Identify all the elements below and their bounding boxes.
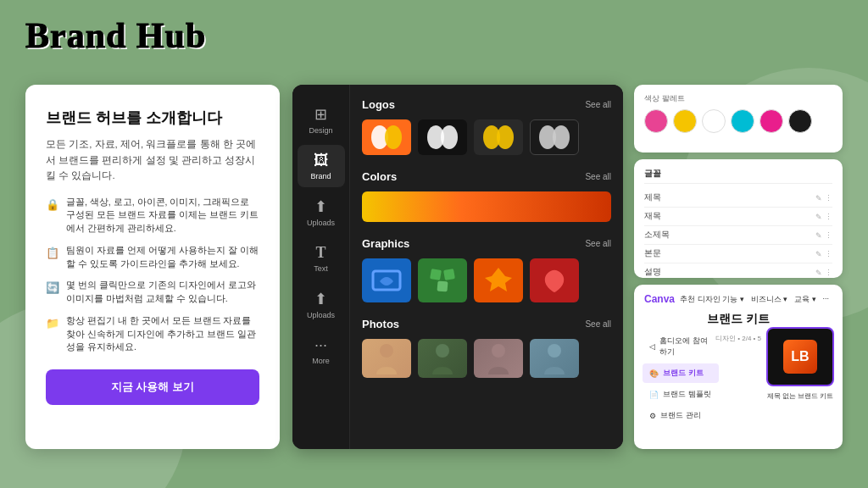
swatches-card: 색상 팔레트: [634, 85, 843, 152]
typo-name: 재목: [644, 211, 661, 222]
sidebar-item-label: Brand: [310, 172, 331, 180]
svg-rect-11: [437, 280, 448, 291]
logos-section-header: Logos See all: [362, 98, 611, 111]
swatch-white[interactable]: [702, 109, 726, 133]
typo-row: 제목 ✎ ⋮: [644, 189, 832, 208]
text-icon: T: [315, 244, 326, 262]
design-icon: ⊞: [314, 105, 327, 124]
logos-see-all[interactable]: See all: [585, 100, 611, 109]
graphic-thumb-3[interactable]: [474, 258, 523, 302]
graphics-see-all[interactable]: See all: [585, 239, 611, 248]
swatch-pink[interactable]: [644, 109, 668, 133]
photos-section-header: Photos See all: [362, 318, 611, 330]
card-heading: 브랜드 허브를 소개합니다: [46, 108, 259, 128]
brand-kit-sidebar: ◁ 홈디오에 참여하기 🎨 브랜드 키트 📄 브랜드 템플릿 ⚙ 브랜드 관리: [643, 331, 719, 427]
sidebar-item-label: Text: [314, 264, 328, 273]
brand-kit-thumbnail[interactable]: LB: [766, 327, 834, 386]
list-item: 🔒 글꼴, 색상, 로고, 아이콘, 이미지, 그래픽으로 구성된 모든 브랜드…: [46, 196, 259, 236]
nav-item[interactable]: 추천 디자인 기능 ▾: [680, 294, 744, 305]
uploads2-icon: ⬆: [314, 290, 327, 308]
feature-text: 글꼴, 색상, 로고, 아이콘, 이미지, 그래픽으로 구성된 모든 브랜드 자…: [66, 196, 259, 236]
typo-name: 소제목: [644, 230, 670, 241]
typography-card: 글꼴 제목 ✎ ⋮ 재목 ✎ ⋮ 소제목 ✎ ⋮ 본문 ✎ ⋮ 설명 ✎ ⋮: [634, 159, 843, 278]
card-description: 모든 기조, 자료, 제어, 워크플로를 통해 한 곳에서 브랜드를 편리하게 …: [46, 136, 259, 183]
typo-actions[interactable]: ✎ ⋮: [815, 231, 832, 240]
graphics-section-header: Graphics See all: [362, 237, 611, 250]
content-area: Logos See all: [350, 85, 623, 449]
photo-thumb-2[interactable]: [418, 339, 467, 378]
swatch-magenta[interactable]: [760, 109, 783, 133]
photos-see-all[interactable]: See all: [585, 319, 611, 329]
sidebar-item-uploads2[interactable]: ⬆ Uploads: [298, 283, 345, 326]
bk-item-template[interactable]: 📄 브랜드 템플릿: [643, 385, 719, 404]
photos-title: Photos: [362, 318, 399, 330]
svg-point-13: [436, 344, 449, 358]
swatch-cyan[interactable]: [731, 109, 754, 133]
kit-icon: 🎨: [649, 369, 659, 378]
center-panel: ⊞ Design 🖼 Brand ⬆ Uploads T Text ⬆ Uplo…: [292, 85, 623, 449]
bk-item-label: 브랜드 관리: [660, 410, 701, 421]
svg-point-12: [380, 344, 393, 358]
nav-item[interactable]: 비즈니스 ▾: [751, 294, 788, 305]
nav-more[interactable]: ···: [823, 294, 830, 305]
sidebar-item-uploads[interactable]: ⬆ Uploads: [298, 191, 345, 234]
bk-item-manage[interactable]: ⚙ 브랜드 관리: [643, 406, 719, 425]
sidebar-item-text[interactable]: T Text: [298, 237, 345, 280]
typo-actions[interactable]: ✎ ⋮: [815, 250, 832, 258]
svg-point-5: [497, 125, 514, 149]
home-icon: ◁: [649, 342, 655, 351]
sidebar-item-brand[interactable]: 🖼 Brand: [298, 145, 345, 187]
typo-actions[interactable]: ✎ ⋮: [815, 213, 832, 221]
colors-see-all[interactable]: See all: [585, 172, 611, 181]
bk-item-label: 홈디오에 참여하기: [659, 336, 712, 358]
more-icon: ···: [314, 336, 327, 354]
photo-thumb-4[interactable]: [530, 339, 579, 378]
photo-thumb-1[interactable]: [362, 339, 411, 378]
svg-point-14: [492, 344, 505, 358]
manage-icon: ⚙: [649, 412, 656, 420]
logo-thumb-orange[interactable]: [362, 119, 411, 155]
feature-text: 팀원이 자료를 언제 어떻게 사용하는지 잘 이해할 수 있도록 가이드라인을 …: [66, 244, 259, 271]
bk-item-home[interactable]: ◁ 홈디오에 참여하기: [643, 331, 719, 362]
brand-kit-logo: LB: [783, 340, 817, 374]
sidebar-item-label: Uploads: [307, 219, 335, 227]
colors-section-header: Colors See all: [362, 170, 611, 183]
svg-point-7: [553, 125, 570, 149]
colors-bar: [362, 191, 611, 222]
graphic-thumb-4[interactable]: [530, 258, 579, 302]
logos-row: [362, 119, 611, 155]
sidebar-item-design[interactable]: ⊞ Design: [298, 98, 345, 141]
bk-item-label: 브랜드 템플릿: [663, 389, 711, 400]
clipboard-icon: 📋: [46, 245, 59, 262]
graphic-thumb-2[interactable]: [418, 258, 467, 302]
template-icon: 📄: [649, 391, 659, 399]
sidebar-item-label: Uploads: [307, 311, 335, 319]
photos-row: [362, 339, 611, 378]
bk-item-label: 브랜드 키트: [663, 368, 704, 379]
canva-nav: Canva 추천 디자인 기능 ▾ 비즈니스 ▾ 교육 ▾ ···: [644, 293, 832, 305]
brand-kit-title: 브랜드 키트: [644, 312, 832, 327]
sidebar: ⊞ Design 🖼 Brand ⬆ Uploads T Text ⬆ Uplo…: [292, 85, 350, 449]
typo-actions[interactable]: ✎ ⋮: [815, 269, 832, 277]
typo-row: 설명 ✎ ⋮: [644, 263, 832, 278]
swatches-row: [644, 109, 832, 133]
right-panel: 색상 팔레트 글꼴 제목 ✎ ⋮ 재목 ✎ ⋮ 소제목 ✎ ⋮ 본문 ✎ ⋮: [634, 85, 843, 449]
nav-item[interactable]: 교육 ▾: [794, 294, 816, 305]
swatch-black[interactable]: [788, 109, 812, 133]
typo-name: 본문: [644, 248, 661, 259]
typography-header: 글꼴: [644, 168, 832, 184]
photo-thumb-3[interactable]: [474, 339, 523, 378]
logo-thumb-yellow[interactable]: [474, 119, 523, 155]
intro-card: 브랜드 허브를 소개합니다 모든 기조, 자료, 제어, 워크플로를 통해 한 …: [25, 85, 280, 449]
graphic-thumb-1[interactable]: [362, 258, 411, 302]
sidebar-item-more[interactable]: ··· More: [298, 330, 345, 372]
logo-thumb-white[interactable]: [530, 119, 579, 155]
logo-thumb-dark[interactable]: [418, 119, 467, 155]
bk-item-kit[interactable]: 🎨 브랜드 키트: [643, 363, 719, 383]
cta-button[interactable]: 지금 사용해 보기: [46, 369, 259, 405]
graphics-title: Graphics: [362, 237, 409, 250]
brand-kit-card: Canva 추천 디자인 기능 ▾ 비즈니스 ▾ 교육 ▾ ··· 브랜드 키트…: [634, 285, 843, 449]
swatch-yellow[interactable]: [673, 109, 697, 133]
typo-actions[interactable]: ✎ ⋮: [815, 194, 832, 202]
folder-icon: 📁: [46, 315, 59, 332]
